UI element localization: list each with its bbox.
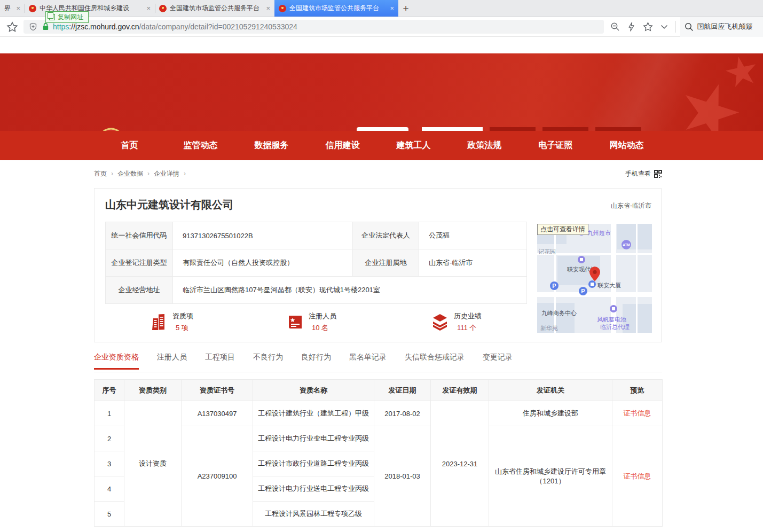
browser-tab-1[interactable]: 界 ×	[0, 0, 25, 17]
copy-url-tooltip[interactable]: 复制网址	[45, 11, 89, 23]
issue-date-cell: 2018-01-03	[374, 426, 431, 527]
breadcrumb-enterprise-detail[interactable]: 企业详情	[154, 169, 179, 178]
stat-label: 资质项	[172, 311, 193, 321]
tab-dishonesty-records[interactable]: 失信联合惩戒记录	[405, 353, 465, 370]
certificate-info-link[interactable]: 证书信息	[624, 409, 651, 417]
copy-icon	[49, 14, 55, 20]
tab-label: 界	[4, 4, 13, 13]
map-poi-icon	[578, 256, 585, 263]
chevron-down-icon[interactable]	[660, 25, 668, 29]
detail-section-tabs: 企业资质资格 注册人员 工程项目 不良行为 良好行为 黑名单记录 失信联合惩戒记…	[94, 353, 662, 372]
tab-close-icon[interactable]: ×	[16, 4, 20, 12]
site-favicon-icon	[279, 5, 286, 12]
qr-view-icon[interactable]	[654, 170, 662, 178]
browser-tab-2[interactable]: 中华人民共和国住房和城乡建设 ×	[25, 0, 155, 17]
secure-lock-icon[interactable]	[42, 22, 50, 31]
col-preview: 预览	[612, 380, 663, 401]
browser-tab-3[interactable]: 全国建筑市场监管公共服务平台 ×	[155, 0, 274, 17]
url-host: ://jzsc.mohurd.gov.cn	[69, 22, 139, 31]
mobile-view-label[interactable]: 手机查看	[625, 169, 651, 178]
quick-search-box[interactable]: 国航回应飞机颠簸	[680, 17, 763, 37]
shield-icon[interactable]	[29, 22, 37, 32]
authority-line1: 山东省住房和城乡建设厅许可专用章	[492, 467, 609, 476]
col-name: 资质名称	[253, 380, 374, 401]
map-road	[636, 224, 638, 333]
cert-no-cell: A137030497	[182, 401, 253, 426]
map-poi-icon	[588, 280, 596, 288]
reg-place-label: 企业注册属地	[353, 249, 419, 277]
main-nav: 首页 监管动态 数据服务 信用建设 建筑工人 政策法规 电子证照 网站动态	[0, 131, 763, 160]
breadcrumb-home[interactable]: 首页	[94, 169, 107, 178]
browser-tab-bar: 界 × 中华人民共和国住房和城乡建设 × 全国建筑市场监管公共服务平台 × 全国…	[0, 0, 763, 17]
map-pin-icon	[589, 267, 600, 281]
stat-label: 历史业绩	[454, 311, 482, 321]
nav-item-supervision[interactable]: 监管动态	[165, 131, 236, 160]
table-row: 1 设计资质 A137030497 工程设计建筑行业（建筑工程）甲级 2017-…	[95, 401, 663, 426]
copy-url-label: 复制网址	[58, 13, 83, 22]
name-cell: 工程设计电力行业送电工程专业丙级	[253, 476, 374, 502]
flash-icon[interactable]	[627, 22, 635, 32]
legal-rep-label: 企业法定代表人	[353, 222, 419, 249]
nav-item-policy[interactable]: 政策法规	[449, 131, 520, 160]
reg-type-value: 有限责任公司（自然人投资或控股）	[173, 249, 353, 277]
zoom-out-icon[interactable]	[610, 22, 620, 32]
company-name: 山东中元建筑设计有限公司	[105, 198, 233, 212]
certificate-info-link[interactable]: 证书信息	[624, 472, 651, 480]
location-map[interactable]: 九州超市 ATM 记花园 联安现代城 联安大厦 P P 九峰商务中心 新华苑 凤…	[537, 224, 652, 333]
nav-item-data-service[interactable]: 数据服务	[236, 131, 307, 160]
search-tab-personnel[interactable]: 从业人员	[490, 127, 536, 131]
seq-cell: 4	[95, 476, 124, 502]
tab-enterprise-qualifications[interactable]: 企业资质资格	[94, 353, 139, 370]
tab-close-icon[interactable]: ×	[146, 4, 151, 12]
map-parking-icon: P	[550, 281, 559, 290]
browser-address-bar: https://jzsc.mohurd.gov.cn/data/company/…	[0, 17, 763, 37]
authority-cell: 住房和城乡建设部	[489, 401, 612, 426]
qr-code: S	[357, 127, 408, 131]
stat-label: 注册人员	[309, 311, 336, 321]
nav-item-workers[interactable]: 建筑工人	[378, 131, 449, 160]
tab-bad-behavior[interactable]: 不良行为	[253, 353, 283, 370]
tab-close-icon[interactable]: ×	[266, 4, 270, 12]
stat-registered-personnel[interactable]: 注册人员 10 名	[287, 311, 336, 333]
search-tab-credit[interactable]: 诚信记录	[595, 127, 641, 131]
tab-label: 全国建筑市场监管公共服务平台	[289, 4, 387, 13]
breadcrumb-separator	[147, 170, 150, 177]
search-tab-enterprise[interactable]: 建设工程企业	[422, 127, 483, 131]
nav-item-site-news[interactable]: 网站动态	[591, 131, 662, 160]
breadcrumb-separator	[111, 170, 113, 177]
seq-cell: 1	[95, 401, 124, 426]
tab-change-records[interactable]: 变更记录	[483, 353, 513, 370]
company-region: 山东省-临沂市	[611, 201, 651, 210]
stat-value: 111 个	[454, 323, 482, 333]
tab-good-behavior[interactable]: 良好行为	[301, 353, 331, 370]
map-tooltip: 点击可查看详情	[537, 224, 588, 235]
name-cell: 工程设计市政行业道路工程专业丙级	[253, 451, 374, 476]
breadcrumb-enterprise-data[interactable]: 企业数据	[117, 169, 143, 178]
url-field[interactable]: https://jzsc.mohurd.gov.cn/data/company/…	[23, 20, 604, 34]
stat-historical-performance[interactable]: 历史业绩 111 个	[431, 311, 482, 333]
nav-item-credit[interactable]: 信用建设	[307, 131, 378, 160]
tab-blacklist[interactable]: 黑名单记录	[349, 353, 387, 370]
nav-item-home[interactable]: 首页	[94, 131, 165, 160]
bookmark-star-icon[interactable]	[6, 21, 18, 33]
nav-item-e-license[interactable]: 电子证照	[520, 131, 591, 160]
stat-qualifications[interactable]: 资质项 5 项	[151, 311, 193, 333]
reg-place-value: 山东省-临沂市	[419, 249, 527, 277]
company-stats: 资质项 5 项 注册人员 10 名 历史业绩 111 个	[105, 311, 527, 336]
favorite-star-icon[interactable]	[643, 22, 653, 32]
building-icon	[151, 313, 168, 331]
url-scheme: https	[53, 22, 69, 31]
quick-search-text: 国航回应飞机颠簸	[697, 22, 753, 32]
name-cell: 工程设计建筑行业（建筑工程）甲级	[253, 401, 374, 426]
url-text: https://jzsc.mohurd.gov.cn/data/company/…	[53, 22, 297, 31]
seq-cell: 5	[95, 502, 124, 527]
col-category: 资质类别	[124, 380, 182, 401]
header-decoration	[496, 53, 763, 131]
tab-close-icon[interactable]: ×	[390, 4, 394, 12]
tab-projects[interactable]: 工程项目	[205, 353, 235, 370]
company-info-table: 统一社会信用代码 91371302675501022B 企业法定代表人 公茂福 …	[105, 222, 527, 304]
new-tab-button[interactable]	[398, 0, 413, 17]
search-tab-project[interactable]: 建设项目	[542, 127, 588, 131]
tab-registered-personnel[interactable]: 注册人员	[157, 353, 187, 370]
browser-tab-active[interactable]: 全国建筑市场监管公共服务平台 ×	[274, 0, 398, 17]
